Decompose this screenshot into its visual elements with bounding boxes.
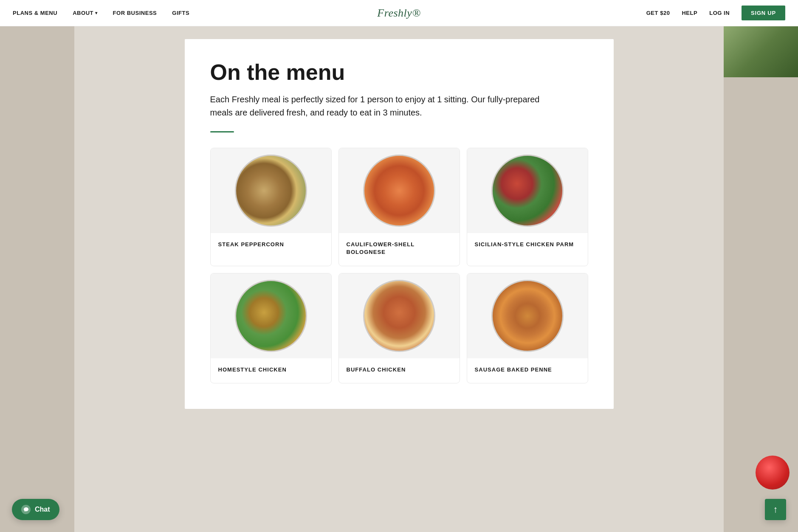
- meal-card-buffalo[interactable]: BUFFALO CHICKEN: [338, 273, 460, 383]
- nav-gifts[interactable]: GIFTS: [172, 10, 189, 16]
- nav-about[interactable]: ABOUT ▾: [73, 10, 97, 16]
- section-description: Each Freshly meal is perfectly sized for…: [210, 93, 550, 119]
- meal-image-homestyle: [211, 273, 331, 358]
- chat-bubble-icon: [23, 507, 29, 512]
- green-divider: [210, 131, 234, 132]
- meal-label-sausage: SAUSAGE BAKED PENNE: [467, 358, 588, 383]
- bg-herb-decoration: [724, 26, 798, 77]
- nav-plans-menu[interactable]: PLANS & MENU: [13, 10, 57, 16]
- meal-grid: STEAK PEPPERCORN CAULIFLOWER-SHELL BOLOG…: [210, 148, 588, 383]
- chat-label: Chat: [35, 506, 50, 513]
- plate-homestyle: [235, 280, 307, 352]
- section-title: On the menu: [210, 60, 588, 84]
- meal-image-steak: [211, 148, 331, 233]
- plate-chicken-parm: [491, 155, 564, 227]
- page-layout: On the menu Each Freshly meal is perfect…: [0, 26, 798, 422]
- chat-button[interactable]: Chat: [12, 499, 59, 520]
- site-logo[interactable]: Freshly®: [377, 7, 420, 20]
- content-card: On the menu Each Freshly meal is perfect…: [185, 39, 614, 409]
- chevron-down-icon: ▾: [95, 11, 98, 15]
- chat-icon: [21, 505, 31, 514]
- nav-left: PLANS & MENU ABOUT ▾ FOR BUSINESS GIFTS: [13, 10, 189, 16]
- meal-label-homestyle: HOMESTYLE CHICKEN: [211, 358, 331, 383]
- nav-for-business[interactable]: FOR BUSINESS: [113, 10, 157, 16]
- meal-label-chicken-parm: SICILIAN-STYLE CHICKEN PARM: [467, 233, 588, 258]
- plate-steak: [235, 155, 307, 227]
- meal-image-sausage: [467, 273, 588, 358]
- meal-card-sausage[interactable]: SAUSAGE BAKED PENNE: [467, 273, 588, 383]
- meal-label-cauliflower: CAULIFLOWER-SHELL BOLOGNESE: [339, 233, 460, 265]
- main-header: PLANS & MENU ABOUT ▾ FOR BUSINESS GIFTS …: [0, 0, 798, 26]
- meal-card-steak[interactable]: STEAK PEPPERCORN: [210, 148, 332, 266]
- meal-card-chicken-parm[interactable]: SICILIAN-STYLE CHICKEN PARM: [467, 148, 588, 266]
- arrow-up-icon: ↑: [773, 504, 778, 515]
- meal-card-cauliflower[interactable]: CAULIFLOWER-SHELL BOLOGNESE: [338, 148, 460, 266]
- plate-sausage: [491, 280, 564, 352]
- plate-cauliflower: [363, 155, 435, 227]
- meal-label-steak: STEAK PEPPERCORN: [211, 233, 331, 258]
- meal-label-buffalo: BUFFALO CHICKEN: [339, 358, 460, 383]
- scroll-top-button[interactable]: ↑: [765, 499, 786, 520]
- nav-right: GET $20 HELP LOG IN SIGN UP: [646, 6, 785, 20]
- meal-image-chicken-parm: [467, 148, 588, 233]
- bg-tomato-decoration: [756, 456, 790, 490]
- meal-image-cauliflower: [339, 148, 460, 233]
- nav-get-20[interactable]: GET $20: [646, 10, 670, 16]
- meal-card-homestyle[interactable]: HOMESTYLE CHICKEN: [210, 273, 332, 383]
- nav-help[interactable]: HELP: [682, 10, 697, 16]
- nav-log-in[interactable]: LOG IN: [709, 10, 730, 16]
- plate-buffalo: [363, 280, 435, 352]
- signup-button[interactable]: SIGN UP: [742, 6, 785, 20]
- meal-image-buffalo: [339, 273, 460, 358]
